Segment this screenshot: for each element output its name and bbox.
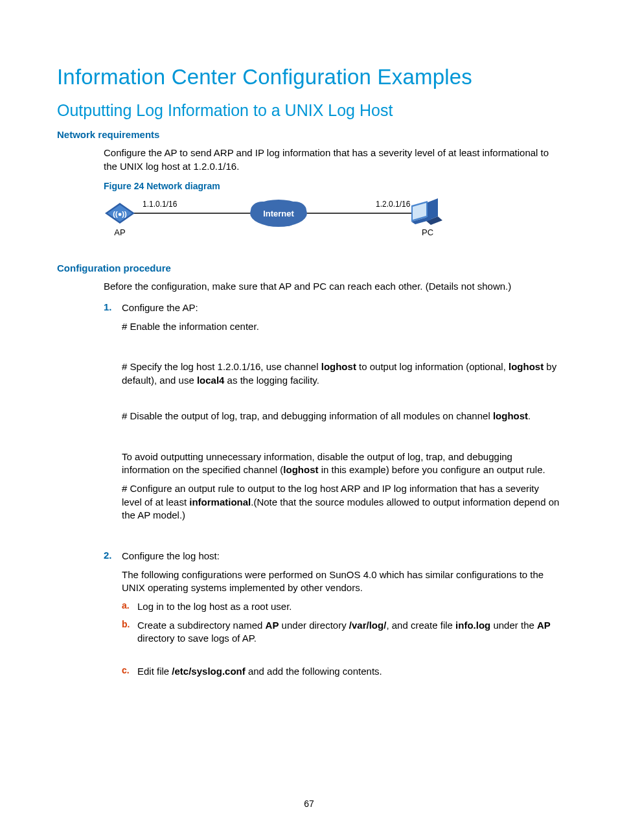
substep-text: Log in to the log host as a root user. xyxy=(137,600,561,614)
substep-text: Create a subdirectory named AP under dir… xyxy=(137,619,561,646)
substep-text: Edit file /etc/syslog.conf and add the f… xyxy=(137,665,561,679)
svg-text:((●)): ((●)) xyxy=(113,210,127,218)
substep-letter: b. xyxy=(122,619,137,646)
page-number: 67 xyxy=(0,799,618,809)
step-line: # Configure an output rule to output to … xyxy=(122,482,561,522)
section-heading: Outputting Log Information to a UNIX Log… xyxy=(57,101,561,120)
step-row: 1. Configure the AP: xyxy=(104,301,561,315)
ap-ip-label: 1.1.0.1/16 xyxy=(143,200,177,209)
body-paragraph: Before the configuration, make sure that… xyxy=(104,280,561,294)
body-paragraph: Configure the AP to send ARP and IP log … xyxy=(104,146,561,173)
step-line: The following configurations were perfor… xyxy=(122,568,561,595)
substep-row: c. Edit file /etc/syslog.conf and add th… xyxy=(122,665,561,679)
step-title: Configure the AP: xyxy=(122,301,561,315)
network-diagram: ((●)) Internet 1.1.0.1 xyxy=(104,195,561,244)
pc-icon xyxy=(411,198,442,225)
step-title: Configure the log host: xyxy=(122,550,561,563)
step-number: 1. xyxy=(104,301,122,315)
substep-letter: a. xyxy=(122,600,137,614)
step-line: # Enable the information center. xyxy=(122,320,561,334)
pc-ip-label: 1.2.0.1/16 xyxy=(376,200,411,209)
figure-caption: Figure 24 Network diagram xyxy=(104,181,561,191)
cloud-label: Internet xyxy=(263,209,294,218)
step-line: To avoid outputting unnecessary informat… xyxy=(122,450,561,477)
ap-label: AP xyxy=(114,228,125,237)
substep-row: b. Create a subdirectory named AP under … xyxy=(122,619,561,646)
subheading-config-proc: Configuration procedure xyxy=(57,262,561,274)
step-line: # Specify the log host 1.2.0.1/16, use c… xyxy=(122,360,561,387)
substep-letter: c. xyxy=(122,665,137,679)
page-title: Information Center Configuration Example… xyxy=(57,65,561,89)
substep-row: a. Log in to the log host as a root user… xyxy=(122,600,561,614)
step-line: # Disable the output of log, trap, and d… xyxy=(122,410,561,423)
pc-label: PC xyxy=(422,228,433,237)
step-number: 2. xyxy=(104,550,122,563)
ap-device-icon: ((●)) xyxy=(105,203,135,224)
step-row: 2. Configure the log host: xyxy=(104,550,561,563)
internet-cloud-icon: Internet xyxy=(250,200,307,227)
subheading-network-req: Network requirements xyxy=(57,129,561,140)
